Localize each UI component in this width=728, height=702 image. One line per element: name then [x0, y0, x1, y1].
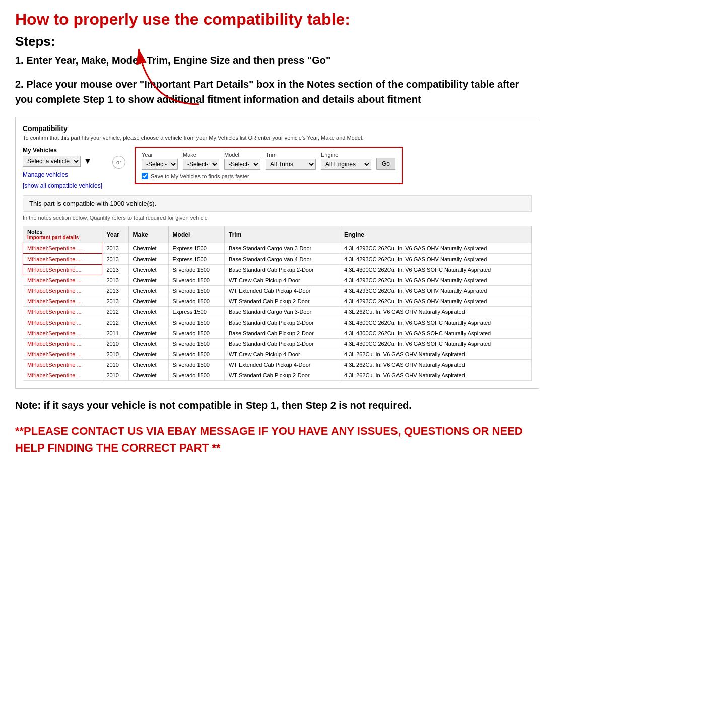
table-row: Mfrlabel:Serpentine ...2010ChevroletSilv…	[23, 349, 532, 360]
make-cell: Chevrolet	[128, 307, 168, 317]
engine-cell: 4.3L 4300CC 262Cu. In. V6 GAS SOHC Natur…	[340, 339, 531, 349]
year-cell: 2010	[102, 370, 128, 381]
model-cell: Silverado 1500	[168, 286, 224, 296]
manage-vehicles-link[interactable]: Manage vehicles	[23, 171, 68, 178]
trim-cell: Base Standard Cab Pickup 2-Door	[224, 265, 340, 275]
steps-heading: Steps:	[15, 34, 539, 49]
year-select[interactable]: -Select-	[142, 159, 178, 170]
make-cell: Chevrolet	[128, 275, 168, 286]
notes-cell[interactable]: Mfrlabel:Serpentine ...	[23, 296, 102, 307]
compatible-banner: This part is compatible with 1000 vehicl…	[23, 195, 532, 212]
year-cell: 2012	[102, 307, 128, 317]
trim-cell: WT Crew Cab Pickup 4-Door	[224, 275, 340, 286]
notes-cell[interactable]: Mfrlabel:Serpentine ...	[23, 307, 102, 317]
model-select[interactable]: -Select-	[224, 159, 260, 170]
trim-label: Trim	[266, 152, 316, 158]
notes-cell[interactable]: Mfrlabel:Serpentine ...	[23, 286, 102, 296]
trim-select[interactable]: All Trims	[266, 159, 316, 170]
table-row: Mfrlabel:Serpentine ...2010ChevroletSilv…	[23, 339, 532, 349]
model-cell: Express 1500	[168, 307, 224, 317]
trim-cell: Base Standard Cargo Van 3-Door	[224, 307, 340, 317]
year-cell: 2013	[102, 286, 128, 296]
year-cell: 2012	[102, 317, 128, 328]
make-field: Make -Select-	[183, 152, 219, 170]
compat-controls: My Vehicles Select a vehicle ▼ Manage ve…	[23, 147, 532, 190]
notes-cell[interactable]: Mfrlabel:Serpentine...	[23, 370, 102, 381]
contact-text: **PLEASE CONTACT US VIA EBAY MESSAGE IF …	[15, 423, 539, 456]
model-cell: Silverado 1500	[168, 296, 224, 307]
compatibility-table: Notes Important part details Year Make M…	[23, 226, 532, 381]
engine-cell: 4.3L 262Cu. In. V6 GAS OHV Naturally Asp…	[340, 370, 531, 381]
step1-text: 1. Enter Year, Make, Model, Trim, Engine…	[15, 53, 539, 68]
notes-cell[interactable]: Mfrlabel:Serpentine....	[23, 265, 102, 275]
notes-cell[interactable]: Mfrlabel:Serpentine ....	[23, 243, 102, 254]
table-row: Mfrlabel:Serpentine ...2013ChevroletSilv…	[23, 286, 532, 296]
trim-cell: Base Standard Cab Pickup 2-Door	[224, 339, 340, 349]
ymm-section: Year -Select- Make -Select- Model -Selec…	[135, 147, 403, 184]
my-vehicles-label: My Vehicles	[23, 147, 103, 154]
save-checkbox-label: Save to My Vehicles to finds parts faste…	[151, 173, 249, 179]
year-cell: 2013	[102, 275, 128, 286]
notes-cell[interactable]: Mfrlabel:Serpentine ...	[23, 275, 102, 286]
notes-cell[interactable]: Mfrlabel:Serpentine ...	[23, 328, 102, 339]
make-cell: Chevrolet	[128, 296, 168, 307]
model-cell: Silverado 1500	[168, 317, 224, 328]
model-cell: Express 1500	[168, 254, 224, 265]
trim-cell: Base Standard Cab Pickup 2-Door	[224, 328, 340, 339]
model-column-header: Model	[168, 226, 224, 243]
year-cell: 2010	[102, 360, 128, 370]
make-cell: Chevrolet	[128, 286, 168, 296]
trim-cell: WT Standard Cab Pickup 2-Door	[224, 370, 340, 381]
make-label: Make	[183, 152, 219, 158]
go-button[interactable]: Go	[376, 158, 395, 170]
model-cell: Silverado 1500	[168, 370, 224, 381]
save-vehicles-checkbox[interactable]	[142, 173, 148, 179]
trim-cell: WT Crew Cab Pickup 4-Door	[224, 349, 340, 360]
engine-select[interactable]: All Engines	[321, 159, 371, 170]
notes-cell[interactable]: Mfrlabel:Serpentine ...	[23, 360, 102, 370]
make-column-header: Make	[128, 226, 168, 243]
model-cell: Express 1500	[168, 243, 224, 254]
model-cell: Silverado 1500	[168, 349, 224, 360]
make-cell: Chevrolet	[128, 349, 168, 360]
vehicle-select-row: Select a vehicle ▼	[23, 156, 103, 167]
step2-text: 2. Place your mouse over "Important Part…	[15, 77, 539, 107]
notes-cell[interactable]: Mfrlabel:Serpentine....	[23, 254, 102, 265]
show-all-compatible-link[interactable]: [show all compatible vehicles]	[23, 182, 102, 189]
engine-cell: 4.3L 4300CC 262Cu. In. V6 GAS SOHC Natur…	[340, 317, 531, 328]
table-row: Mfrlabel:Serpentine ...2010ChevroletSilv…	[23, 360, 532, 370]
trim-cell: Base Standard Cab Pickup 2-Door	[224, 317, 340, 328]
engine-cell: 4.3L 4293CC 262Cu. In. V6 GAS OHV Natura…	[340, 243, 531, 254]
year-field: Year -Select-	[142, 152, 178, 170]
quantity-note: In the notes section below, Quantity ref…	[23, 215, 532, 221]
table-row: Mfrlabel:Serpentine ...2011ChevroletSilv…	[23, 328, 532, 339]
model-label: Model	[224, 152, 260, 158]
model-cell: Silverado 1500	[168, 265, 224, 275]
compatibility-title: Compatibility	[23, 124, 532, 133]
ymm-row: Year -Select- Make -Select- Model -Selec…	[142, 152, 395, 170]
table-row: Mfrlabel:Serpentine ....2013ChevroletExp…	[23, 243, 532, 254]
trim-cell: Base Standard Cargo Van 3-Door	[224, 243, 340, 254]
engine-cell: 4.3L 4293CC 262Cu. In. V6 GAS OHV Natura…	[340, 296, 531, 307]
vehicle-select-dropdown[interactable]: Select a vehicle	[23, 156, 81, 167]
table-row: Mfrlabel:Serpentine....2013ChevroletSilv…	[23, 265, 532, 275]
main-title: How to properly use the compatibility ta…	[15, 10, 539, 29]
notes-cell[interactable]: Mfrlabel:Serpentine ...	[23, 317, 102, 328]
year-label: Year	[142, 152, 178, 158]
make-cell: Chevrolet	[128, 265, 168, 275]
engine-cell: 4.3L 262Cu. In. V6 GAS OHV Naturally Asp…	[340, 307, 531, 317]
model-field: Model -Select-	[224, 152, 260, 170]
table-row: Mfrlabel:Serpentine....2013ChevroletExpr…	[23, 254, 532, 265]
make-cell: Chevrolet	[128, 328, 168, 339]
table-row: Mfrlabel:Serpentine ...2013ChevroletSilv…	[23, 275, 532, 286]
trim-field: Trim All Trims	[266, 152, 316, 170]
year-cell: 2013	[102, 265, 128, 275]
year-cell: 2013	[102, 254, 128, 265]
notes-cell[interactable]: Mfrlabel:Serpentine ...	[23, 339, 102, 349]
notes-cell[interactable]: Mfrlabel:Serpentine ...	[23, 349, 102, 360]
year-cell: 2011	[102, 328, 128, 339]
engine-cell: 4.3L 262Cu. In. V6 GAS OHV Naturally Asp…	[340, 349, 531, 360]
make-cell: Chevrolet	[128, 370, 168, 381]
make-select[interactable]: -Select-	[183, 159, 219, 170]
model-cell: Silverado 1500	[168, 360, 224, 370]
